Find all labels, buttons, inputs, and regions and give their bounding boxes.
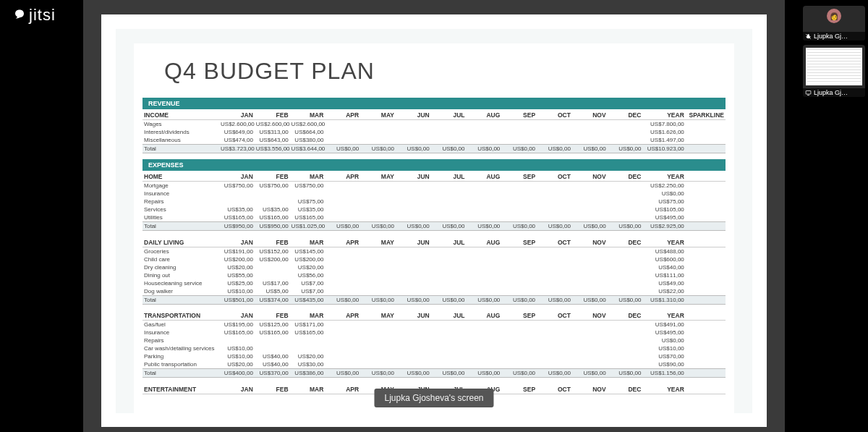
- cell: US$0,00: [608, 295, 643, 304]
- table-row: Dining outUS$55,00US$56,00US$111,00: [142, 271, 726, 279]
- sparkline-header: SPARKLINE: [686, 109, 726, 120]
- cell: US$750,00: [290, 182, 326, 190]
- cell: [396, 321, 431, 329]
- cell: [325, 263, 360, 271]
- cell: [325, 206, 360, 213]
- cell: US$165,00: [290, 213, 326, 222]
- cell: [467, 198, 502, 206]
- participant-tile-screenshare[interactable]: Ljupka Gj…: [803, 45, 865, 97]
- cell: [608, 247, 643, 255]
- shared-screen-view[interactable]: Q4 BUDGET PLAN REVENUEINCOMEJANFEBMARAPR…: [101, 14, 767, 427]
- cell: [360, 190, 396, 198]
- month-header: MAR: [290, 109, 326, 120]
- cell: US$950,00: [255, 222, 290, 231]
- cell: US$0,00: [537, 145, 572, 153]
- cell: [396, 360, 431, 369]
- year-cell: US$1.156,00: [642, 369, 685, 378]
- cell: US$0,00: [396, 369, 431, 378]
- cell: [572, 279, 608, 287]
- table-row: RepairsUS$0,00: [142, 336, 726, 344]
- cell: [431, 213, 467, 222]
- table-row: Car wash/detailing servicesUS$10,00US$10…: [142, 344, 726, 352]
- total-row: TotalUS$3.723,00US$3.556,00US$3.644,00US…: [142, 145, 726, 153]
- cell: US$0,00: [467, 222, 502, 231]
- row-label: Repairs: [142, 198, 219, 206]
- year-cell: US$7.800,00: [642, 120, 685, 129]
- month-header: JUL: [431, 310, 467, 321]
- row-label: Dry cleaning: [142, 263, 219, 271]
- cell: [537, 329, 572, 336]
- cell: [325, 198, 360, 206]
- cell: US$75,00: [290, 198, 326, 206]
- cell: [467, 128, 502, 136]
- total-row: TotalUS$400,00US$370,00US$386,00US$0,00U…: [142, 369, 726, 378]
- cell: US$0,00: [325, 295, 360, 304]
- month-header: MAY: [360, 237, 396, 247]
- cell: US$0,00: [325, 145, 360, 153]
- cell: US$0,00: [431, 295, 467, 304]
- cell: US$2.600,00: [219, 120, 255, 129]
- month-header: JUL: [431, 109, 467, 120]
- cell: US$0,00: [360, 145, 396, 153]
- month-header: AUG: [467, 310, 502, 321]
- cell: [537, 136, 572, 145]
- cell: [431, 247, 467, 255]
- table-row: Housecleaning serviceUS$25,00US$17,00US$…: [142, 279, 726, 287]
- cell: US$0,00: [537, 295, 572, 304]
- month-header: FEB: [255, 310, 290, 321]
- cell: [537, 321, 572, 329]
- cell: US$0,00: [572, 369, 608, 378]
- cell: US$20,00: [290, 263, 326, 271]
- cell: US$0,00: [608, 222, 643, 231]
- cell: US$200,00: [255, 255, 290, 263]
- cell: [608, 336, 643, 344]
- category-name: INCOME: [142, 109, 219, 120]
- table-row: InsuranceUS$165,00US$165,00US$165,00US$4…: [142, 329, 726, 336]
- cell: [501, 136, 537, 145]
- total-row: TotalUS$501,00US$374,00US$435,00US$0,00U…: [142, 295, 726, 304]
- cell: US$370,00: [255, 369, 290, 378]
- cell: [325, 190, 360, 198]
- table-row: UtilitiesUS$165,00US$165,00US$165,00US$4…: [142, 213, 726, 222]
- cell: [537, 360, 572, 369]
- cell: [467, 287, 502, 296]
- cell: [255, 271, 290, 279]
- cell: [325, 321, 360, 329]
- cell: US$55,00: [219, 271, 255, 279]
- cell: [325, 329, 360, 336]
- cell: [501, 321, 537, 329]
- month-header: MAY: [360, 171, 396, 182]
- year-cell: US$75,00: [642, 198, 685, 206]
- cell: [360, 352, 396, 360]
- year-cell: US$10.923,00: [642, 145, 685, 153]
- row-label: Miscellaneous: [142, 136, 219, 145]
- year-cell: US$111,00: [642, 271, 685, 279]
- cell: [431, 255, 467, 263]
- month-header: MAY: [360, 310, 396, 321]
- cell: US$0,00: [431, 369, 467, 378]
- cell: US$17,00: [255, 279, 290, 287]
- participant-name: Ljupka Gj…: [814, 89, 848, 96]
- cell: [608, 271, 643, 279]
- table-row: ServicesUS$35,00US$35,00US$35,00US$105,0…: [142, 206, 726, 213]
- table-row: RepairsUS$75,00US$75,00: [142, 198, 726, 206]
- cell: [360, 247, 396, 255]
- cell: [537, 190, 572, 198]
- category-name: ENTERTAINMENT: [142, 384, 219, 394]
- cell: [572, 136, 608, 145]
- cell: [572, 182, 608, 190]
- cell: [467, 271, 502, 279]
- cell: [608, 136, 643, 145]
- month-header: OCT: [537, 237, 572, 247]
- table-row: Child careUS$200,00US$200,00US$200,00US$…: [142, 255, 726, 263]
- cell: [608, 190, 643, 198]
- cell: US$0,00: [608, 369, 643, 378]
- cell: [572, 336, 608, 344]
- row-label: Mortgage: [142, 182, 219, 190]
- cell: [431, 263, 467, 271]
- participant-tile-camera[interactable]: 👩 Ljupka Gj…: [803, 6, 865, 41]
- cell: [325, 255, 360, 263]
- cell: [360, 360, 396, 369]
- cell: [501, 329, 537, 336]
- cell: US$0,00: [501, 222, 537, 231]
